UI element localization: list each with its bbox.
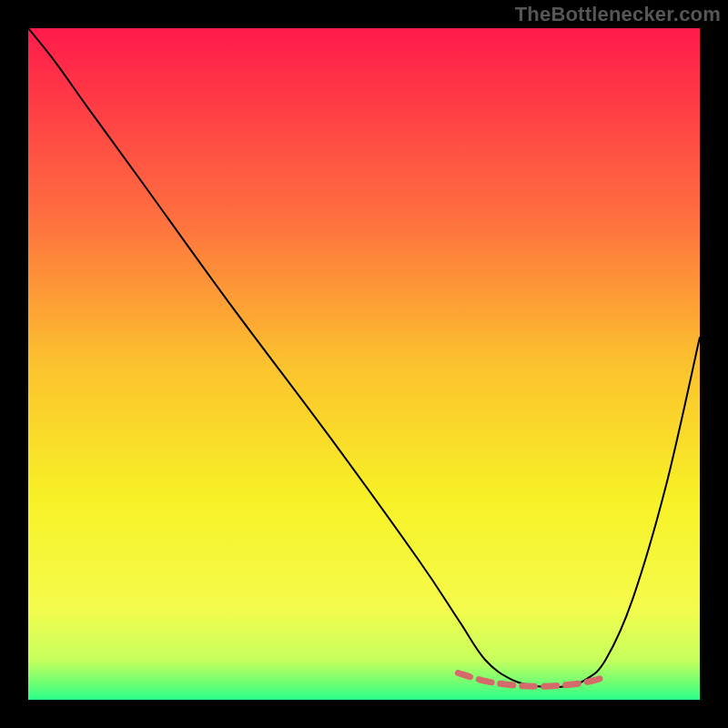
- chart-background: [28, 28, 700, 700]
- bottleneck-chart: [28, 28, 700, 700]
- watermark-text: TheBottlenecker.com: [515, 3, 721, 26]
- chart-frame: TheBottlenecker.com: [0, 0, 728, 728]
